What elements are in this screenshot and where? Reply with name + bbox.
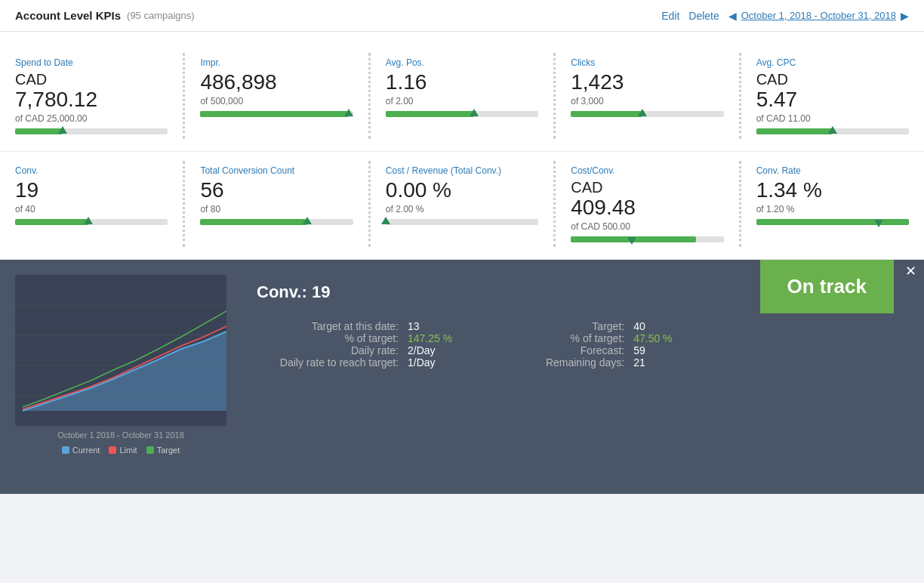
kpi-value-total_conv: 56: [200, 179, 353, 202]
progress-bar-avg_cpc: [756, 128, 909, 134]
progress-fill-conv_rate: [756, 219, 909, 225]
legend-limit-dot: [109, 446, 116, 454]
kpi-target-cost_conv: of CAD 500.00: [571, 221, 723, 232]
close-button[interactable]: ✕: [905, 263, 916, 279]
stat-value: 59: [633, 344, 645, 356]
kpi-label-clicks: Clicks: [571, 57, 723, 68]
stat-row: Daily rate: 2/Day: [257, 344, 452, 356]
kpi-card-clicks[interactable]: Clicks 1,423 of 3,000: [553, 53, 738, 139]
kpi-card-conv_rate[interactable]: Conv. Rate 1.34 % of 1.20 %: [739, 161, 924, 247]
page-title: Account Level KPIs: [15, 9, 121, 22]
stat-label: Daily rate:: [257, 344, 408, 356]
progress-bar-conv_rate: [756, 219, 909, 225]
delete-button[interactable]: Delete: [688, 10, 719, 22]
kpi-label-conv_rate: Conv. Rate: [756, 165, 909, 176]
progress-fill-total_conv: [200, 219, 307, 225]
kpi-value-cost_conv: 409.48: [571, 196, 723, 220]
legend-limit-label: Limit: [119, 446, 137, 455]
legend-limit: Limit: [109, 446, 137, 455]
stat-value: 2/Day: [408, 344, 436, 356]
progress-bar-total_conv: [200, 219, 353, 225]
kpi-value-impr: 486,898: [200, 71, 353, 94]
kpi-target-impr: of 500,000: [200, 96, 353, 106]
progress-fill-spend: [15, 128, 63, 134]
stat-label: Target at this date:: [257, 320, 408, 332]
edit-button[interactable]: Edit: [661, 10, 679, 22]
kpi-target-conv_rate: of 1.20 %: [756, 204, 909, 214]
stat-row: Remaining days: 21: [482, 356, 672, 369]
kpi-card-total_conv[interactable]: Total Conversion Count 56 of 80: [183, 161, 368, 247]
kpi-target-avg_cpc: of CAD 11.00: [756, 113, 909, 124]
kpi-label-cost_rev: Cost / Revenue (Total Conv.): [386, 165, 538, 176]
kpi-row-1: Spend to Date CAD 7,780.12 of CAD 25,000…: [0, 44, 924, 152]
kpi-value-conv_rate: 1.34 %: [756, 179, 909, 202]
stat-value: 147.25 %: [408, 332, 452, 344]
kpi-value-avg_cpc: 5.47: [756, 88, 909, 112]
kpi-card-avg_cpc[interactable]: Avg. CPC CAD 5.47 of CAD 11.00: [739, 53, 924, 139]
kpi-card-spend[interactable]: Spend to Date CAD 7,780.12 of CAD 25,000…: [0, 53, 183, 139]
right-stats: Target: 40 % of target: 47.50 % Forecast…: [482, 320, 672, 369]
left-stats: Target at this date: 13 % of target: 147…: [257, 320, 452, 369]
kpi-target-cost_rev: of 2.00 %: [386, 204, 538, 214]
on-track-badge: On track: [760, 260, 895, 313]
legend-target: Target: [146, 446, 180, 455]
stat-label: Forecast:: [482, 344, 633, 356]
chart-date: October 1 2018 - October 31 2018: [15, 430, 226, 440]
stat-label: % of target:: [257, 332, 408, 344]
stat-label: Remaining days:: [482, 356, 633, 369]
header: Account Level KPIs (95 campaigns) Edit D…: [0, 0, 924, 32]
stat-value: 40: [633, 320, 645, 332]
stat-row: Forecast: 59: [482, 344, 672, 356]
stat-row: Target at this date: 13: [257, 320, 452, 332]
kpi-label-conv: Conv.: [15, 165, 168, 176]
kpi-label-impr: Impr.: [200, 57, 353, 68]
legend-target-dot: [146, 446, 154, 454]
kpi-card-impr[interactable]: Impr. 486,898 of 500,000: [183, 53, 368, 139]
kpi-card-avg_pos[interactable]: Avg. Pos. 1.16 of 2.00: [368, 53, 553, 139]
kpi-value-cost_rev: 0.00 %: [386, 179, 538, 202]
legend-current: Current: [62, 446, 100, 455]
kpi-target-total_conv: of 80: [200, 204, 353, 214]
progress-fill-clicks: [571, 111, 642, 117]
kpi-card-conv[interactable]: Conv. 19 of 40: [0, 161, 183, 247]
prev-date-button[interactable]: ◀: [728, 10, 737, 22]
kpi-label-avg_cpc: Avg. CPC: [756, 57, 909, 68]
stat-label: Daily rate to reach target:: [257, 356, 408, 369]
campaigns-count: (95 campaigns): [127, 10, 195, 21]
kpi-value-avg_pos: 1.16: [386, 71, 538, 94]
kpi-card-cost_conv[interactable]: Cost/Conv. CAD 409.48 of CAD 500.00: [553, 161, 738, 247]
kpi-target-clicks: of 3,000: [571, 96, 723, 106]
bottom-panel: October 1 2018 - October 31 2018 Current…: [0, 260, 924, 494]
kpi-value-spend: 7,780.12: [15, 88, 168, 112]
stat-value: 1/Day: [408, 356, 436, 369]
progress-fill-avg_cpc: [756, 128, 833, 134]
progress-fill-avg_pos: [386, 111, 474, 117]
stat-row: % of target: 147.25 %: [257, 332, 452, 344]
kpi-label-avg_pos: Avg. Pos.: [386, 57, 538, 68]
chart-svg: [15, 275, 226, 426]
stats-columns: Target at this date: 13 % of target: 147…: [257, 320, 901, 369]
kpi-value-conv: 19: [15, 179, 168, 202]
stat-row: Daily rate to reach target: 1/Day: [257, 356, 452, 369]
kpi-target-conv: of 40: [15, 204, 168, 214]
stat-row: % of target: 47.50 %: [482, 332, 672, 344]
chart-area: October 1 2018 - October 31 2018 Current…: [0, 260, 242, 494]
legend-current-dot: [62, 446, 69, 454]
kpi-row-2: Conv. 19 of 40 Total Conversion Count 56…: [0, 152, 924, 260]
date-navigation: ◀ October 1, 2018 - October 31, 2018 ▶: [728, 10, 909, 22]
progress-bar-clicks: [571, 111, 723, 117]
kpi-card-cost_rev[interactable]: Cost / Revenue (Total Conv.) 0.00 % of 2…: [368, 161, 553, 247]
next-date-button[interactable]: ▶: [901, 10, 909, 22]
kpi-label-spend: Spend to Date: [15, 57, 168, 68]
kpi-target-spend: of CAD 25,000.00: [15, 113, 168, 124]
header-actions: Edit Delete ◀ October 1, 2018 - October …: [661, 10, 909, 22]
chart-box: [15, 275, 226, 426]
progress-bar-avg_pos: [386, 111, 538, 117]
kpi-label-total_conv: Total Conversion Count: [200, 165, 353, 176]
progress-bar-cost_conv: [571, 236, 723, 242]
legend-current-label: Current: [72, 446, 100, 455]
stat-label: Target:: [482, 320, 633, 332]
progress-fill-impr: [200, 111, 348, 117]
stat-value: 21: [633, 356, 645, 369]
stat-value: 13: [408, 320, 420, 332]
